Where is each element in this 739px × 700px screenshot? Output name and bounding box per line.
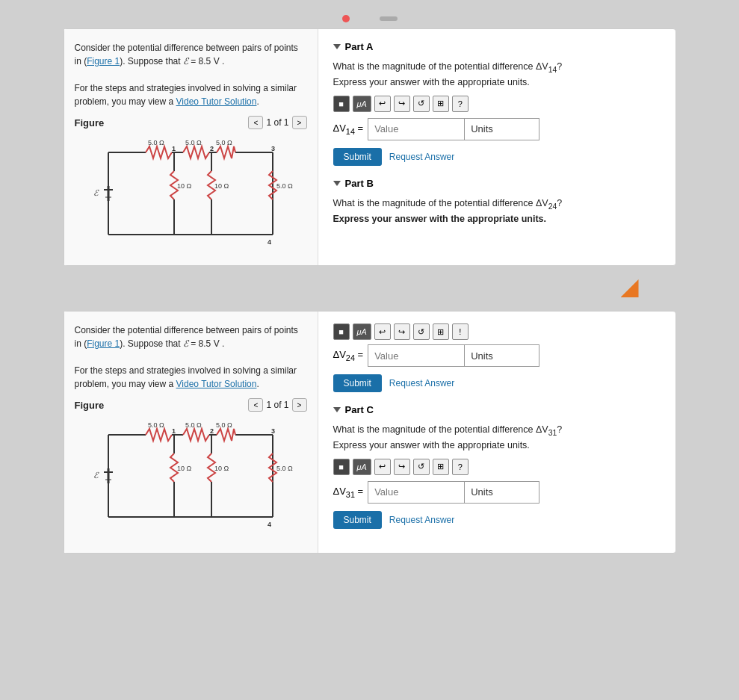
svg-text:5.0 Ω: 5.0 Ω: [276, 465, 293, 472]
part-b2-request-answer[interactable]: Request Answer: [389, 378, 454, 388]
part-b-label: Part B: [345, 178, 374, 189]
toolbar-btn-format[interactable]: ■: [333, 96, 350, 112]
part-c-actions: Submit Request Answer: [333, 511, 661, 529]
figure-nav-2: < 1 of 1 >: [248, 398, 306, 412]
part-a-section: Part A What is the magnitude of the pote…: [333, 41, 661, 166]
part-b-question: What is the magnitude of the potential d…: [333, 196, 661, 226]
part-b-instruction: Express your answer with the appropriate…: [333, 214, 547, 224]
part-c-value-input[interactable]: [368, 481, 465, 504]
part-c-request-answer[interactable]: Request Answer: [389, 515, 454, 525]
part-a-instruction: Express your answer with the appropriate…: [333, 77, 530, 87]
toolbar2-btn-refresh[interactable]: ↺: [413, 323, 430, 340]
toolbar-btn-undo[interactable]: ↩: [374, 96, 391, 112]
toolbar2-btn-format[interactable]: ■: [333, 323, 350, 340]
part-c-label: Part C: [345, 404, 374, 415]
part-b2-actions: Submit Request Answer: [333, 374, 661, 392]
toolbar-c-btn-mu[interactable]: μA: [353, 459, 371, 475]
toolbar-btn-grid[interactable]: ⊞: [433, 96, 449, 112]
part-a-value-input[interactable]: [368, 118, 465, 140]
figure-nav-1: < 1 of 1 >: [248, 116, 306, 129]
part-c-answer-row: ΔV31 = Units: [333, 481, 661, 504]
svg-text:5.0 Ω: 5.0 Ω: [216, 421, 232, 429]
part-b2-units: Units: [465, 344, 539, 367]
svg-text:4: 4: [268, 238, 271, 246]
figure-page-1: 1 of 1: [266, 117, 288, 128]
svg-text:2: 2: [210, 427, 214, 435]
toolbar-c-btn-undo[interactable]: ↩: [374, 459, 391, 475]
part-c-submit-btn[interactable]: Submit: [333, 511, 382, 529]
figure-header-2: Figure < 1 of 1 >: [75, 398, 307, 412]
svg-text:5.0 Ω: 5.0 Ω: [185, 139, 202, 146]
svg-text:5.0 Ω: 5.0 Ω: [276, 182, 293, 190]
part-a-submit-btn[interactable]: Submit: [333, 148, 382, 166]
svg-text:3: 3: [271, 427, 275, 435]
figure-next-1[interactable]: >: [292, 116, 307, 129]
toolbar-btn-refresh[interactable]: ↺: [413, 96, 430, 112]
part-c-units: Units: [465, 481, 539, 504]
part-b-triangle: [333, 181, 341, 186]
svg-text:ℰ: ℰ: [93, 471, 99, 480]
toolbar-c-btn-redo[interactable]: ↪: [394, 459, 410, 475]
toolbar-c-btn-refresh[interactable]: ↺: [413, 459, 430, 475]
figure-title-2: Figure: [75, 400, 105, 411]
figure-link-1[interactable]: Figure 1: [87, 56, 120, 66]
svg-text:3: 3: [271, 145, 275, 152]
svg-text:4: 4: [268, 521, 271, 528]
svg-text:10 Ω: 10 Ω: [177, 465, 192, 472]
figure-page-2: 1 of 1: [266, 400, 288, 410]
toolbar-c-btn-grid[interactable]: ⊞: [433, 459, 449, 475]
toolbar-btn-help[interactable]: ?: [452, 96, 469, 112]
part-c-question: What is the magnitude of the potential d…: [333, 423, 661, 453]
toolbar-c-btn-help[interactable]: ?: [452, 459, 469, 475]
toolbar-btn-mu[interactable]: μA: [353, 96, 371, 112]
part-c-instruction: Express your answer with the appropriate…: [333, 440, 530, 450]
part-b-section: Part B What is the magnitude of the pote…: [333, 178, 661, 226]
toolbar-btn-redo[interactable]: ↪: [394, 96, 410, 112]
svg-text:2: 2: [210, 145, 214, 152]
toolbar2-btn-help[interactable]: !: [452, 323, 469, 340]
figure-prev-2[interactable]: <: [248, 398, 263, 412]
svg-text:1: 1: [172, 145, 176, 152]
circuit-diagram-2: ℰ 5.0 Ω 5.0 Ω 5.0 Ω 1 2 3 10 Ω 10 Ω: [75, 416, 307, 536]
figure-link-2[interactable]: Figure 1: [87, 338, 120, 349]
part-a-answer-row: ΔV14 = Units: [333, 118, 661, 140]
part-b2-value-input[interactable]: [368, 344, 465, 367]
toolbar2-btn-arrow1[interactable]: ↩: [374, 323, 391, 340]
part-c-triangle: [333, 407, 341, 412]
orange-dot: [342, 15, 350, 22]
circuit-diagram-1: ℰ 5.0 Ω 5.0 Ω 5.0 Ω 1 2 3: [75, 134, 307, 253]
gray-bar: [380, 16, 398, 21]
right-panel-2: ■ μA ↩ ↪ ↺ ⊞ ! ΔV24 = Units Submit Reque…: [318, 312, 675, 553]
part-a-label: Part A: [345, 41, 374, 52]
toolbar2-btn-arrow2[interactable]: ↪: [394, 323, 410, 340]
part-a-question: What is the magnitude of the potential d…: [333, 60, 661, 90]
figure-next-2[interactable]: >: [292, 398, 307, 412]
top-indicator: [342, 15, 398, 22]
toolbar2-btn-grid[interactable]: ⊞: [433, 323, 449, 340]
figure-header-1: Figure < 1 of 1 >: [75, 116, 307, 129]
svg-text:1: 1: [172, 427, 176, 435]
part-b-header: Part B: [333, 178, 661, 189]
svg-text:5.0 Ω: 5.0 Ω: [148, 421, 164, 429]
left-panel-2: Consider the potential difference betwee…: [64, 312, 318, 553]
part-b2-submit-btn[interactable]: Submit: [333, 374, 382, 392]
figure-prev-1[interactable]: <: [248, 116, 263, 129]
toolbar2-btn-mu[interactable]: μA: [353, 323, 371, 340]
card-spacer: [64, 266, 676, 311]
part-c-header: Part C: [333, 404, 661, 415]
svg-text:ℰ: ℰ: [93, 188, 99, 197]
part-b2-toolbar: ■ μA ↩ ↪ ↺ ⊞ !: [333, 323, 661, 340]
part-a-answer-label: ΔV14 =: [333, 123, 364, 136]
svg-text:10 Ω: 10 Ω: [214, 465, 229, 472]
part-a-request-answer[interactable]: Request Answer: [389, 152, 454, 162]
video-tutor-link-2[interactable]: Video Tutor Solution: [176, 379, 257, 389]
svg-text:5.0 Ω: 5.0 Ω: [148, 139, 164, 146]
video-tutor-link-1[interactable]: Video Tutor Solution: [176, 96, 257, 107]
toolbar-c-btn-format[interactable]: ■: [333, 459, 350, 475]
part-b-answer-section: ■ μA ↩ ↪ ↺ ⊞ ! ΔV24 = Units Submit Reque…: [333, 323, 661, 392]
part-c-answer-label: ΔV31 =: [333, 486, 364, 499]
circuit-svg-2: ℰ 5.0 Ω 5.0 Ω 5.0 Ω 1 2 3 10 Ω 10 Ω: [86, 420, 295, 532]
part-b2-answer-label: ΔV24 =: [333, 349, 364, 362]
svg-text:5.0 Ω: 5.0 Ω: [185, 421, 202, 429]
part-a-triangle: [333, 44, 341, 49]
